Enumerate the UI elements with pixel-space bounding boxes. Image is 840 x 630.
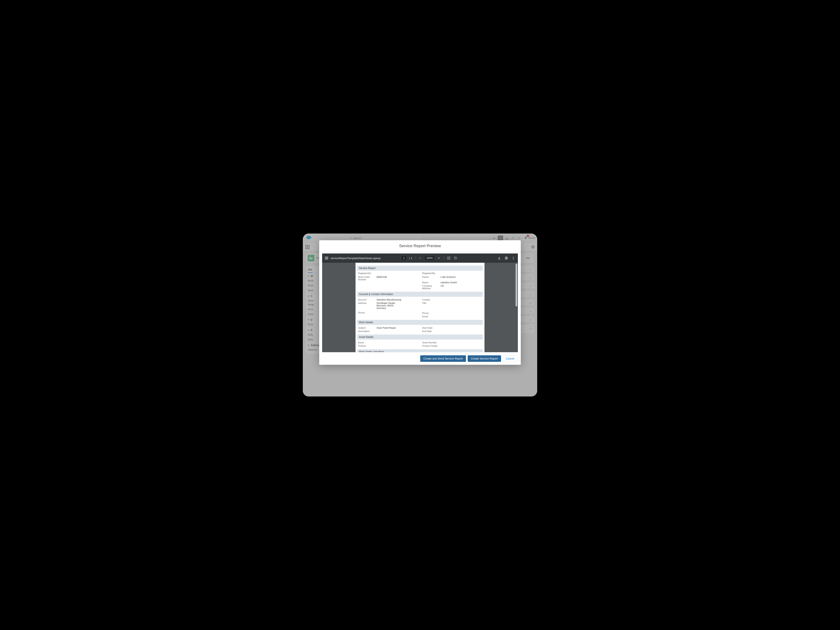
tablet-frame: Search... ★▾ ＋ ? 1 Salesfive [298, 229, 542, 401]
modal-close-icon[interactable]: ✕ [516, 242, 519, 246]
screen: Search... ★▾ ＋ ? 1 Salesfive [303, 234, 537, 396]
create-and-send-button[interactable]: Create and Send Service Report [420, 355, 466, 362]
fit-page-icon[interactable] [447, 256, 451, 260]
scrollbar[interactable] [516, 264, 517, 306]
cancel-button[interactable]: Cancel [503, 355, 518, 362]
pdf-page: Service Report Prepared for: Work Order … [355, 263, 485, 352]
rotate-icon[interactable] [453, 256, 457, 260]
pdf-filename: serviceReportTemplateDataViewer.apexp [330, 257, 381, 260]
section-account: Account & Contact Information [357, 292, 483, 297]
modal-title: Service Report Preview [319, 240, 521, 251]
section-work-order-line-items: Work Order Line Items [357, 349, 483, 352]
zoom-level: 100% [425, 256, 434, 260]
print-icon[interactable] [504, 256, 508, 260]
pdf-viewer: serviceReportTemplateDataViewer.apexp / … [322, 253, 518, 352]
pdf-scroll-area[interactable]: Service Report Prepared for: Work Order … [322, 263, 518, 352]
more-options-icon[interactable] [512, 256, 515, 260]
svg-rect-14 [506, 258, 507, 259]
menu-icon[interactable] [325, 256, 328, 260]
service-report-preview-modal: Service Report Preview serviceReportTemp… [319, 240, 521, 365]
pdf-toolbar: serviceReportTemplateDataViewer.apexp / … [322, 253, 518, 263]
zoom-out-icon[interactable] [418, 256, 422, 260]
zoom-in-icon[interactable] [437, 256, 441, 260]
section-work-details: Work Details [357, 320, 483, 325]
modal-footer: Create and Send Service Report Create Se… [319, 352, 521, 365]
create-service-report-button[interactable]: Create Service Report [468, 355, 501, 362]
page-number-input[interactable] [401, 256, 406, 260]
report-title: Service Report [357, 266, 483, 271]
section-asset-details: Asset Details [357, 335, 483, 339]
download-icon[interactable] [497, 256, 501, 260]
page-total: / 1 [409, 257, 412, 260]
